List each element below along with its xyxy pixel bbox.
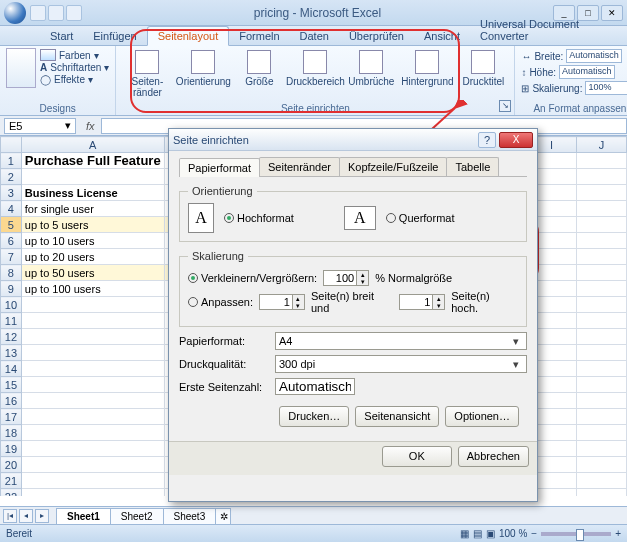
cell[interactable]: [21, 441, 164, 457]
row-header[interactable]: 22: [1, 489, 22, 497]
scale-input[interactable]: 100%: [585, 81, 627, 95]
dlg-tab-seitenraender[interactable]: Seitenränder: [259, 157, 340, 176]
fx-icon[interactable]: fx: [86, 120, 95, 132]
tab-udc[interactable]: Universal Document Converter: [470, 15, 627, 45]
cell[interactable]: [21, 169, 164, 185]
cell[interactable]: [21, 489, 164, 497]
cell[interactable]: [576, 489, 626, 497]
cell[interactable]: [576, 361, 626, 377]
zoom-out-button[interactable]: −: [531, 528, 537, 539]
cell[interactable]: up to 50 users: [21, 265, 164, 281]
qat-redo-icon[interactable]: [66, 5, 82, 21]
qat-save-icon[interactable]: [30, 5, 46, 21]
cell[interactable]: [576, 185, 626, 201]
cell[interactable]: [21, 313, 164, 329]
cell[interactable]: up to 20 users: [21, 249, 164, 265]
cell[interactable]: [21, 329, 164, 345]
fit-width-spin[interactable]: ▴▾: [259, 294, 305, 310]
effects-menu[interactable]: ◯Effekte ▾: [40, 74, 109, 85]
themes-button[interactable]: [6, 48, 36, 88]
cell[interactable]: [21, 473, 164, 489]
colors-menu[interactable]: Farben ▾: [40, 49, 109, 61]
cell[interactable]: [576, 441, 626, 457]
row-header[interactable]: 11: [1, 313, 22, 329]
tab-daten[interactable]: Daten: [290, 27, 339, 45]
row-header[interactable]: 9: [1, 281, 22, 297]
size-button[interactable]: Größe: [234, 50, 284, 98]
ok-button[interactable]: OK: [382, 446, 452, 467]
tab-nav-prev[interactable]: ◂: [19, 509, 33, 523]
cell[interactable]: [576, 281, 626, 297]
cell[interactable]: [576, 393, 626, 409]
sheet-tab-3[interactable]: Sheet3: [163, 508, 217, 524]
row-header[interactable]: 17: [1, 409, 22, 425]
tab-seitenlayout[interactable]: Seitenlayout: [147, 26, 230, 46]
fit-width-input[interactable]: [259, 294, 293, 310]
fit-height-spin[interactable]: ▴▾: [399, 294, 445, 310]
dialog-titlebar[interactable]: Seite einrichten ? X: [169, 129, 537, 151]
row-header[interactable]: 16: [1, 393, 22, 409]
row-header[interactable]: 3: [1, 185, 22, 201]
print-area-button[interactable]: Druckbereich: [290, 50, 340, 98]
tab-ansicht[interactable]: Ansicht: [414, 27, 470, 45]
cell[interactable]: [576, 409, 626, 425]
row-header[interactable]: 13: [1, 345, 22, 361]
view-break-icon[interactable]: ▣: [486, 528, 495, 539]
zoom-input[interactable]: [323, 270, 357, 286]
col-header[interactable]: A: [21, 137, 164, 153]
cell[interactable]: [21, 393, 164, 409]
dialog-help-button[interactable]: ?: [478, 132, 496, 148]
print-titles-button[interactable]: Drucktitel: [458, 50, 508, 98]
view-layout-icon[interactable]: ▤: [473, 528, 482, 539]
preview-button[interactable]: Seitenansicht: [355, 406, 439, 427]
cell[interactable]: [576, 345, 626, 361]
row-header[interactable]: 21: [1, 473, 22, 489]
tab-einfuegen[interactable]: Einfügen: [83, 27, 146, 45]
cell[interactable]: [576, 473, 626, 489]
options-button[interactable]: Optionen…: [445, 406, 519, 427]
cancel-button[interactable]: Abbrechen: [458, 446, 529, 467]
portrait-radio[interactable]: Hochformat: [224, 212, 294, 224]
cell[interactable]: [576, 297, 626, 313]
cell[interactable]: up to 5 users: [21, 217, 164, 233]
cell[interactable]: [576, 313, 626, 329]
row-header[interactable]: 1: [1, 153, 22, 169]
background-button[interactable]: Hintergrund: [402, 50, 452, 98]
dialog-close-button[interactable]: X: [499, 132, 533, 148]
firstpage-input[interactable]: [275, 378, 355, 395]
row-header[interactable]: 15: [1, 377, 22, 393]
tab-start[interactable]: Start: [40, 27, 83, 45]
cell[interactable]: for single user: [21, 201, 164, 217]
adjust-to-radio[interactable]: Verkleinern/Vergrößern:: [188, 272, 317, 284]
row-header[interactable]: 14: [1, 361, 22, 377]
cell[interactable]: [21, 345, 164, 361]
cell[interactable]: [576, 153, 626, 169]
zoom-spin[interactable]: ▴▾: [323, 270, 369, 286]
cell[interactable]: [576, 169, 626, 185]
cell[interactable]: [576, 457, 626, 473]
row-header[interactable]: 19: [1, 441, 22, 457]
office-orb[interactable]: [4, 2, 26, 24]
page-setup-launcher[interactable]: ↘: [499, 100, 511, 112]
cell[interactable]: [576, 425, 626, 441]
cell[interactable]: [21, 361, 164, 377]
tab-nav-next[interactable]: ▸: [35, 509, 49, 523]
fonts-menu[interactable]: ASchriftarten ▾: [40, 62, 109, 73]
cell[interactable]: up to 100 users: [21, 281, 164, 297]
row-header[interactable]: 8: [1, 265, 22, 281]
height-select[interactable]: Automatisch: [559, 65, 615, 79]
width-select[interactable]: Automatisch: [566, 49, 622, 63]
tab-nav-first[interactable]: |◂: [3, 509, 17, 523]
fit-height-input[interactable]: [399, 294, 433, 310]
cell[interactable]: [576, 329, 626, 345]
cell[interactable]: Business License: [21, 185, 164, 201]
name-box[interactable]: E5▾: [4, 118, 76, 134]
new-sheet-button[interactable]: ✲: [215, 508, 231, 524]
sheet-tab-2[interactable]: Sheet2: [110, 508, 164, 524]
chevron-down-icon[interactable]: ▾: [65, 119, 71, 132]
col-header[interactable]: J: [576, 137, 626, 153]
row-header[interactable]: 5: [1, 217, 22, 233]
cell[interactable]: [576, 233, 626, 249]
cell[interactable]: [576, 201, 626, 217]
cell[interactable]: up to 10 users: [21, 233, 164, 249]
